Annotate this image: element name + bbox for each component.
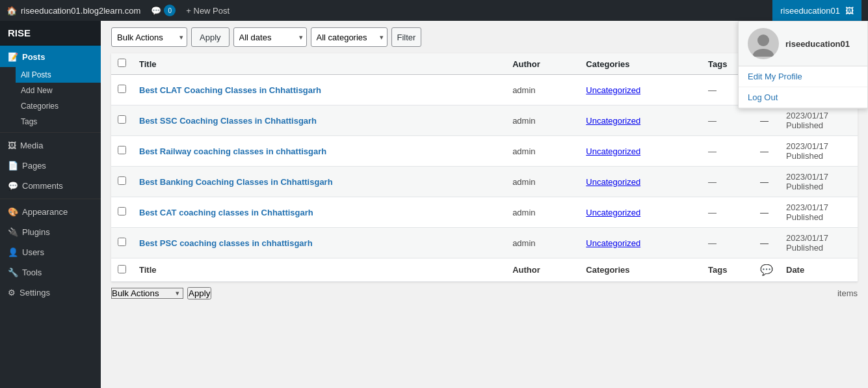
post-category-link-1[interactable]: Uncategorized	[586, 85, 640, 95]
row-author-cell: admin	[506, 136, 579, 167]
svg-point-1	[753, 49, 774, 57]
sidebar-item-comments[interactable]: 💬 Comments	[0, 176, 101, 196]
row-checkbox-cell	[111, 228, 133, 258]
post-title-link-5[interactable]: Best CAT coaching classes in Chhattisgar…	[139, 208, 313, 217]
all-categories-select[interactable]: All categories Uncategorized	[311, 27, 388, 47]
row-checkbox-3[interactable]	[118, 146, 126, 154]
row-category-cell: Uncategorized	[579, 167, 702, 197]
row-tags-cell: —	[702, 136, 754, 167]
header-title[interactable]: Title	[133, 53, 506, 75]
table-row: Best SSC Coaching Classes in Chhattisgar…	[111, 105, 858, 136]
bulk-actions-wrapper: Bulk Actions Edit Move to Trash	[111, 27, 187, 47]
header-categories[interactable]: Categories	[579, 53, 702, 75]
row-author-cell: admin	[506, 167, 579, 197]
row-title-cell: Best Railway coaching classes in chhatti…	[133, 136, 506, 167]
row-checkbox-cell	[111, 167, 133, 197]
post-category-link-5[interactable]: Uncategorized	[586, 208, 640, 217]
footer-title[interactable]: Title	[133, 258, 506, 282]
row-checkbox-2[interactable]	[118, 115, 126, 124]
footer-author[interactable]: Author	[506, 258, 579, 282]
edit-profile-link[interactable]: Edit My Profile	[739, 66, 867, 87]
top-apply-button[interactable]: Apply	[191, 27, 230, 47]
bottom-apply-button[interactable]: Apply	[187, 287, 211, 299]
row-checkbox-6[interactable]	[118, 238, 126, 246]
footer-categories[interactable]: Categories	[579, 258, 702, 282]
post-category-link-4[interactable]: Uncategorized	[586, 177, 640, 187]
post-date-2: 2023/01/17	[786, 111, 828, 120]
post-status-2: Published	[786, 120, 823, 130]
row-comments-cell: —	[754, 228, 780, 258]
user-dropdown: riseeducation01 Edit My Profile Log Out	[738, 21, 868, 109]
admin-bar-user[interactable]: riseeducation01 🖼	[772, 0, 861, 21]
select-all-checkbox[interactable]	[118, 59, 126, 67]
all-dates-wrapper: All dates January 2023	[233, 27, 307, 47]
pages-icon: 📄	[8, 161, 18, 171]
sidebar-item-add-new[interactable]: Add New	[16, 83, 101, 98]
comments-icon: 💬	[8, 181, 18, 191]
admin-bar-new-post[interactable]: + New Post	[186, 6, 230, 16]
footer-tags[interactable]: Tags	[702, 258, 754, 282]
table-foot: Title Author Categories Tags 💬 Date	[111, 258, 858, 282]
post-category-link-6[interactable]: Uncategorized	[586, 238, 640, 248]
post-category-link-2[interactable]: Uncategorized	[586, 116, 640, 126]
sidebar-item-plugins[interactable]: 🔌 Plugins	[0, 222, 101, 242]
post-title-link-1[interactable]: Best CLAT Coaching Classes in Chhattisga…	[139, 85, 321, 95]
sidebar: RISE 📝 Posts All Posts Add New Categorie…	[0, 21, 101, 388]
post-title-link-2[interactable]: Best SSC Coaching Classes in Chhattisgar…	[139, 116, 317, 126]
post-category-link-3[interactable]: Uncategorized	[586, 146, 640, 156]
row-tags-cell: —	[702, 197, 754, 228]
footer-checkbox-cell	[111, 258, 133, 282]
post-title-link-6[interactable]: Best PSC coaching classes in chhattisgar…	[139, 238, 313, 248]
filter-button[interactable]: Filter	[391, 27, 422, 47]
logout-link[interactable]: Log Out	[739, 87, 867, 108]
sidebar-item-all-posts[interactable]: All Posts	[16, 67, 101, 83]
bulk-actions-select[interactable]: Bulk Actions Edit Move to Trash	[111, 27, 187, 47]
sidebar-item-categories[interactable]: Categories	[16, 98, 101, 114]
row-checkbox-cell	[111, 105, 133, 136]
dropdown-username: riseeducation01	[785, 39, 850, 49]
all-dates-select[interactable]: All dates January 2023	[233, 27, 307, 47]
footer-comments: 💬	[754, 258, 780, 282]
post-date-6: 2023/01/17	[786, 233, 828, 243]
media-icon: 🖼	[8, 141, 16, 150]
row-checkbox-4[interactable]	[118, 176, 126, 185]
sidebar-item-settings[interactable]: ⚙ Settings	[0, 283, 101, 303]
row-checkbox-5[interactable]	[118, 207, 126, 215]
row-author-cell: admin	[506, 105, 579, 136]
row-category-cell: Uncategorized	[579, 75, 702, 105]
sidebar-item-posts[interactable]: 📝 Posts	[0, 46, 101, 67]
header-author[interactable]: Author	[506, 53, 579, 75]
sidebar-item-tags[interactable]: Tags	[16, 114, 101, 130]
sidebar-submenu-posts: All Posts Add New Categories Tags	[0, 67, 101, 130]
select-all-footer-checkbox[interactable]	[118, 265, 126, 273]
post-title-link-4[interactable]: Best Banking Coaching Classes in Chhatti…	[139, 177, 333, 187]
row-checkbox-1[interactable]	[118, 85, 126, 93]
row-title-cell: Best CLAT Coaching Classes in Chhattisga…	[133, 75, 506, 105]
table-row: Best PSC coaching classes in chhattisgar…	[111, 228, 858, 258]
bottom-bar-left: Bulk Actions Edit Move to Trash Apply	[111, 287, 211, 299]
bottom-bulk-actions-select[interactable]: Bulk Actions Edit Move to Trash	[111, 288, 183, 299]
admin-bar-comments[interactable]: 💬 0	[151, 5, 176, 16]
admin-bar-right: riseeducation01 🖼	[772, 0, 861, 21]
admin-bar-site[interactable]: 🏠 riseeducation01.blog2learn.com	[7, 6, 140, 16]
sidebar-item-media[interactable]: 🖼 Media	[0, 135, 101, 156]
row-checkbox-cell	[111, 197, 133, 228]
footer-date[interactable]: Date	[780, 258, 858, 282]
site-name[interactable]: riseeducation01.blog2learn.com	[21, 6, 140, 16]
sidebar-item-pages[interactable]: 📄 Pages	[0, 156, 101, 176]
svg-point-0	[757, 35, 769, 46]
row-comments-cell: —	[754, 136, 780, 167]
post-title-link-3[interactable]: Best Railway coaching classes in chhatti…	[139, 146, 326, 156]
sidebar-item-users[interactable]: 👤 Users	[0, 242, 101, 262]
table-footer-row: Title Author Categories Tags 💬 Date	[111, 258, 858, 282]
row-category-cell: Uncategorized	[579, 105, 702, 136]
row-comments-cell: —	[754, 197, 780, 228]
sidebar-item-appearance[interactable]: 🎨 Appearance	[0, 202, 101, 222]
row-category-cell: Uncategorized	[579, 136, 702, 167]
posts-icon: 📝	[8, 52, 18, 62]
sidebar-item-tools[interactable]: 🔧 Tools	[0, 262, 101, 283]
table-row: Best Banking Coaching Classes in Chhatti…	[111, 167, 858, 197]
post-date-3: 2023/01/17	[786, 141, 828, 151]
appearance-icon: 🎨	[8, 207, 18, 217]
row-date-cell: 2023/01/17 Published	[780, 136, 858, 167]
